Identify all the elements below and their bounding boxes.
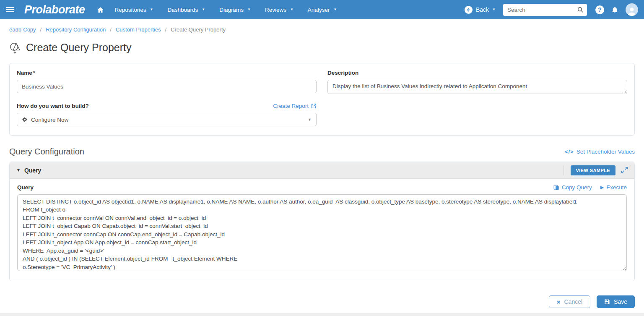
play-icon: ▶ <box>600 185 604 190</box>
build-method-dropdown[interactable]: Configure Now ▼ <box>17 113 317 126</box>
copy-icon <box>553 185 559 191</box>
breadcrumb-repository[interactable]: eadb-Copy <box>9 26 36 33</box>
breadcrumb-separator: / <box>165 26 167 33</box>
query-panel-header: ▼ Query VIEW SAMPLE <box>10 162 634 179</box>
query-sql-textarea[interactable]: SELECT DISTINCT o.object_id AS objectid1… <box>17 194 627 271</box>
chevron-down-icon: ▼ <box>247 8 251 11</box>
app-logo[interactable]: Prolaborate <box>24 3 85 16</box>
breadcrumb-separator: / <box>110 26 112 33</box>
navbar-right: Back ▼ ? <box>465 3 638 16</box>
description-textarea[interactable]: Display the list of Business Values indi… <box>327 80 627 94</box>
home-icon[interactable] <box>97 6 104 13</box>
question-mark-icon: ? <box>595 5 604 14</box>
create-report-link[interactable]: Create Report <box>273 103 317 109</box>
back-button[interactable]: Back ▼ <box>465 6 496 14</box>
collapse-caret-icon: ▼ <box>16 168 21 172</box>
description-label: Description <box>327 70 627 76</box>
form-actions: × Cancel Save <box>9 295 635 308</box>
chevron-down-icon: ▼ <box>492 8 496 11</box>
form-left-column: Name* How do you want to build? Create R… <box>17 70 317 126</box>
nav-item-repositories[interactable]: Repositories▼ <box>115 7 153 13</box>
required-marker: * <box>33 70 35 76</box>
query-actions: Copy Query ▶ Execute <box>553 184 627 191</box>
cancel-button[interactable]: × Cancel <box>549 295 590 308</box>
code-icon: </> <box>565 149 574 155</box>
external-link-icon <box>311 103 317 109</box>
name-input[interactable] <box>17 80 317 93</box>
query-panel-controls: VIEW SAMPLE <box>564 165 628 175</box>
property-form-card: Name* How do you want to build? Create R… <box>9 63 635 136</box>
bell-icon <box>611 6 619 14</box>
chevron-down-icon: ▼ <box>333 8 337 11</box>
chevron-down-icon: ▼ <box>308 118 312 122</box>
help-button[interactable]: ? <box>595 5 604 14</box>
search-box <box>503 4 587 16</box>
back-arrow-icon <box>465 6 473 14</box>
notifications-button[interactable] <box>611 6 619 14</box>
chevron-down-icon: ▼ <box>150 8 153 11</box>
nav-item-dashboards[interactable]: Dashboards▼ <box>168 7 205 13</box>
breadcrumb: eadb-Copy / Repository Configuration / C… <box>9 26 635 33</box>
horizontal-scrollbar-track[interactable] <box>0 313 644 316</box>
build-row: How do you want to build? Create Report <box>17 103 317 109</box>
gear-icon <box>22 117 28 123</box>
query-panel-title: Query <box>24 167 41 174</box>
save-disk-icon <box>604 299 610 305</box>
query-panel-body: Query Copy Query ▶ Execute SELECT DISTIN… <box>10 179 634 281</box>
main-menu: Repositories▼ Dashboards▼ Diagrams▼ Revi… <box>115 7 337 13</box>
copy-query-link[interactable]: Copy Query <box>553 184 592 191</box>
page-header: Create Query Property <box>9 41 635 54</box>
query-panel-collapse-toggle[interactable]: ▼ Query <box>16 167 41 174</box>
breadcrumb-current: Create Query Property <box>171 26 226 33</box>
page-title: Create Query Property <box>26 42 132 54</box>
search-icon[interactable] <box>577 6 584 15</box>
set-placeholder-values-link[interactable]: </> Set Placeholder Values <box>565 149 635 155</box>
execute-link[interactable]: ▶ Execute <box>600 184 627 191</box>
chevron-down-icon: ▼ <box>202 8 205 11</box>
query-configuration-heading: Query Configuration <box>9 147 84 157</box>
nav-item-reviews[interactable]: Reviews▼ <box>265 7 293 13</box>
search-input[interactable] <box>503 4 587 16</box>
query-configuration-header: Query Configuration </> Set Placeholder … <box>9 147 635 157</box>
build-question-label: How do you want to build? <box>17 103 89 109</box>
expand-icon[interactable] <box>621 167 628 173</box>
nav-item-analyser[interactable]: Analyser▼ <box>308 7 337 13</box>
form-right-column: Description Display the list of Business… <box>327 70 627 126</box>
user-avatar[interactable] <box>626 3 638 16</box>
hamburger-menu-icon[interactable] <box>6 7 14 12</box>
view-sample-button[interactable]: VIEW SAMPLE <box>571 165 615 175</box>
query-label-row: Query Copy Query ▶ Execute <box>17 184 627 191</box>
query-panel: ▼ Query VIEW SAMPLE Query Copy Query <box>9 162 635 281</box>
breadcrumb-separator: / <box>40 26 42 33</box>
query-label: Query <box>17 184 34 191</box>
name-label: Name* <box>17 70 317 76</box>
house-icon <box>97 6 104 13</box>
close-icon: × <box>557 299 561 305</box>
nav-item-diagrams[interactable]: Diagrams▼ <box>219 7 251 13</box>
breadcrumb-custom-properties[interactable]: Custom Properties <box>116 26 161 33</box>
person-icon <box>626 6 637 16</box>
chevron-down-icon: ▼ <box>290 8 293 11</box>
breadcrumb-repository-configuration[interactable]: Repository Configuration <box>46 26 106 33</box>
top-navbar: Prolaborate Repositories▼ Dashboards▼ Di… <box>0 0 644 19</box>
save-button[interactable]: Save <box>597 295 635 308</box>
query-property-icon <box>9 41 22 54</box>
divider <box>564 165 564 175</box>
build-method-value: Configure Now <box>31 117 68 123</box>
